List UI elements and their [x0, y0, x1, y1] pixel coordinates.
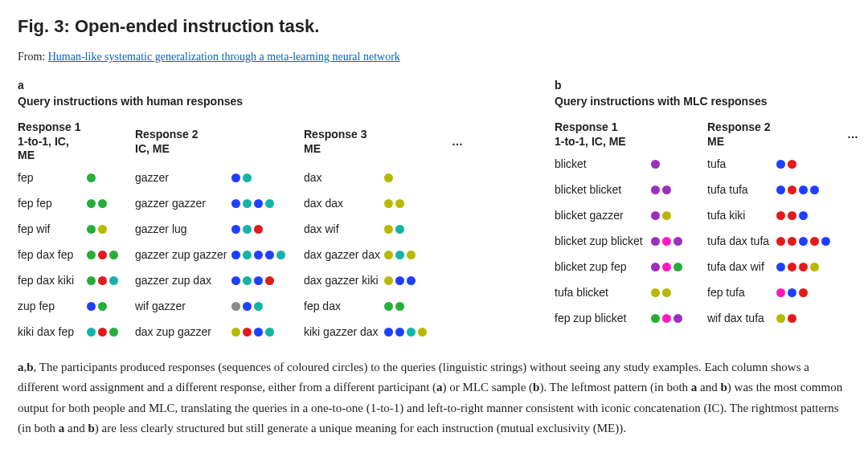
- header-spacer: [384, 120, 452, 163]
- from-prefix: From:: [18, 51, 48, 63]
- query-label: gazzer zup dax: [135, 271, 231, 292]
- dot-red-icon: [243, 328, 252, 337]
- dot-red-icon: [788, 211, 796, 220]
- dot-olive-icon: [231, 328, 240, 337]
- dot-teal-icon: [243, 225, 252, 234]
- query-label: dax gazzer dax: [304, 245, 384, 266]
- dot-blue-icon: [231, 199, 240, 208]
- column-title: Response 2: [707, 120, 771, 135]
- caption-text: ). The leftmost pattern (in both: [539, 381, 690, 394]
- query-label: fep dax fep: [18, 245, 87, 266]
- dot-green-icon: [109, 328, 118, 337]
- response-dots: [384, 296, 452, 317]
- response-dots: [231, 245, 304, 266]
- dot-red-icon: [98, 328, 107, 337]
- dot-teal-icon: [265, 199, 274, 208]
- query-label: tufa dax tufa: [707, 230, 776, 251]
- row-tail: [452, 168, 476, 189]
- dot-green-icon: [98, 199, 107, 208]
- dot-blue-icon: [776, 186, 785, 194]
- response-dots: [231, 194, 304, 214]
- dot-teal-icon: [243, 199, 252, 208]
- panel-a: a Query instructions with human response…: [18, 78, 516, 343]
- response-dots: [776, 153, 847, 174]
- query-label: blicket zup fep: [555, 256, 651, 277]
- query-label: fep fep: [18, 194, 87, 214]
- response-dots: [87, 271, 135, 292]
- dot-blue-icon: [231, 173, 240, 182]
- dot-purple-icon: [651, 211, 660, 220]
- dot-blue-icon: [254, 251, 263, 259]
- caption-bold: a: [18, 361, 24, 373]
- dot-blue-icon: [799, 186, 808, 194]
- query-label: gazzer lug: [135, 219, 231, 240]
- dot-olive-icon: [384, 225, 393, 234]
- dot-blue-icon: [384, 328, 393, 337]
- dot-blue-icon: [231, 251, 240, 259]
- dot-olive-icon: [395, 199, 404, 208]
- column-header-cell: Response 2ME: [707, 120, 776, 149]
- dot-magenta-icon: [776, 288, 785, 297]
- dot-red-icon: [98, 276, 107, 285]
- response-dots: [651, 282, 707, 303]
- header-spacer: [87, 120, 135, 163]
- dot-olive-icon: [418, 328, 427, 337]
- dot-blue-icon: [254, 328, 263, 337]
- response-dots: [776, 308, 847, 328]
- query-label: tufa kiki: [707, 205, 776, 226]
- query-label: fep: [18, 168, 87, 189]
- panel-a-grid: Response 11-to-1, IC, MEResponse 2IC, ME…: [18, 120, 516, 343]
- dot-red-icon: [254, 225, 263, 234]
- dot-teal-icon: [276, 251, 285, 259]
- query-label: dax: [304, 168, 384, 189]
- dot-green-icon: [109, 251, 118, 259]
- figure-title: Fig. 3: Open-ended instruction task.: [18, 14, 850, 39]
- column-header: Response 2ME: [707, 120, 771, 149]
- response-dots: [231, 271, 304, 292]
- column-title: Response 3: [304, 128, 367, 142]
- column-title: Response 1: [18, 120, 81, 135]
- dot-green-icon: [674, 263, 682, 271]
- column-subtitle: IC, ME: [135, 142, 170, 157]
- source-link[interactable]: Human-like systematic generalization thr…: [48, 51, 400, 63]
- dot-blue-icon: [810, 186, 819, 194]
- row-tail: [452, 296, 476, 317]
- source-line: From: Human-like systematic generalizati…: [18, 50, 850, 65]
- response-dots: [651, 153, 707, 174]
- figure-caption: a,b, The participants produced responses…: [18, 357, 850, 439]
- response-dots: [87, 168, 135, 189]
- query-label: tufa tufa: [707, 179, 776, 200]
- column-subtitle: ME: [304, 142, 321, 157]
- query-label: dax wif: [304, 219, 384, 240]
- response-dots: [651, 256, 707, 277]
- row-tail: [452, 271, 476, 292]
- response-dots: [87, 322, 135, 343]
- dot-olive-icon: [384, 276, 393, 285]
- dot-olive-icon: [407, 251, 416, 259]
- dot-teal-icon: [254, 302, 263, 311]
- response-dots: [87, 245, 135, 266]
- response-dots: [776, 256, 847, 277]
- row-tail: [452, 194, 476, 214]
- dot-blue-icon: [799, 237, 808, 246]
- dot-teal-icon: [243, 276, 252, 285]
- caption-text: and: [64, 422, 88, 434]
- dot-green-icon: [651, 314, 660, 323]
- dot-teal-icon: [407, 328, 416, 337]
- query-label: blicket zup blicket: [555, 230, 651, 251]
- column-subtitle: ME: [707, 135, 724, 149]
- dot-blue-icon: [87, 302, 96, 311]
- ellipsis-header: …: [452, 120, 476, 163]
- response-dots: [231, 296, 304, 317]
- dot-purple-icon: [674, 237, 682, 246]
- row-tail: [847, 153, 863, 174]
- response-dots: [651, 308, 707, 328]
- response-dots: [231, 219, 304, 240]
- dot-magenta-icon: [662, 237, 671, 246]
- dot-blue-icon: [788, 288, 796, 297]
- query-label: blicket gazzer: [555, 205, 651, 226]
- row-tail: [847, 308, 863, 328]
- dot-teal-icon: [395, 251, 404, 259]
- dot-blue-icon: [821, 237, 830, 246]
- dot-olive-icon: [662, 211, 671, 220]
